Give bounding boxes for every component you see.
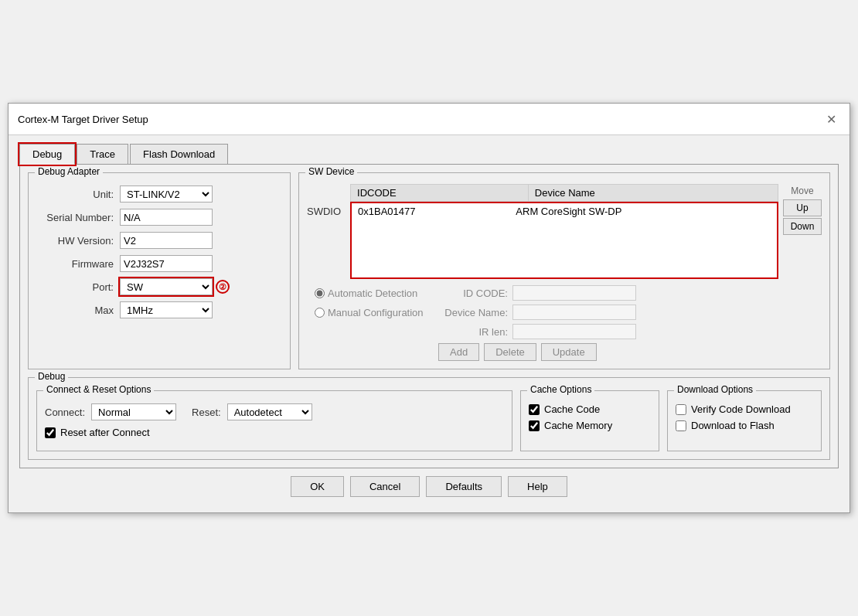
sw-bottom-fields: Automatic Detection ID CODE: Manual Conf… xyxy=(307,285,822,361)
download-label: Download to Flash xyxy=(691,420,775,431)
reset-label: Reset: xyxy=(192,407,221,418)
delete-button[interactable]: Delete xyxy=(484,343,536,361)
debug-adapter-label: Debug Adapter xyxy=(35,166,103,177)
max-select[interactable]: 1MHz 2MHz 4MHz xyxy=(120,301,213,318)
add-button[interactable]: Add xyxy=(438,343,479,361)
ir-len-input[interactable] xyxy=(512,324,636,339)
connect-reset-group: Connect & Reset Options Connect: Normal … xyxy=(36,390,512,451)
title-bar: Cortex-M Target Driver Setup ✕ xyxy=(9,104,849,135)
ir-len-label: IR len: xyxy=(438,326,508,338)
tab-debug[interactable]: Debug xyxy=(19,144,75,165)
cancel-button[interactable]: Cancel xyxy=(350,476,420,497)
verify-row: Verify Code Download xyxy=(676,403,813,415)
content-area: Debug Trace Flash Download Debug Adapter… xyxy=(9,135,849,512)
ir-len-row: IR len: xyxy=(315,324,822,339)
unit-label: Unit: xyxy=(36,189,114,200)
cache-options-label: Cache Options xyxy=(527,384,594,395)
main-window: Cortex-M Target Driver Setup ✕ Debug Tra… xyxy=(8,103,850,513)
connect-row: Connect: Normal Pre-Reset Under Reset Re… xyxy=(45,403,504,420)
top-panels: Debug Adapter Unit: ST-LINK/V2 Serial Nu… xyxy=(28,172,830,369)
reset-select[interactable]: Autodetect Software Hardware xyxy=(227,403,312,420)
manual-config-label[interactable]: Manual Configuration xyxy=(315,307,438,318)
port-badge: ② xyxy=(216,280,230,294)
footer: OK Cancel Defaults Help xyxy=(19,468,839,502)
close-button[interactable]: ✕ xyxy=(822,110,840,128)
reset-after-connect-checkbox[interactable] xyxy=(45,427,56,438)
cache-memory-checkbox[interactable] xyxy=(529,420,540,431)
table-row[interactable]: 0x1BA01477 ARM CoreSight SW-DP xyxy=(352,203,777,220)
connect-select[interactable]: Normal Pre-Reset Under Reset xyxy=(91,403,176,420)
debug-group: Debug Connect & Reset Options Connect: N… xyxy=(28,377,830,460)
swdio-label: SWDIO xyxy=(307,184,346,217)
sw-table-header: IDCODE Device Name xyxy=(350,184,778,202)
cache-code-row: Cache Code xyxy=(529,403,651,415)
window-title: Cortex-M Target Driver Setup xyxy=(18,114,148,125)
tab-bar: Debug Trace Flash Download xyxy=(19,143,839,164)
sw-table-data[interactable]: 0x1BA01477 ARM CoreSight SW-DP xyxy=(350,202,778,279)
auto-detect-label[interactable]: Automatic Detection xyxy=(315,288,438,299)
debug-group-label: Debug xyxy=(35,371,68,382)
serial-row: Serial Number: xyxy=(36,209,282,226)
download-checkbox[interactable] xyxy=(676,420,686,431)
connect-label: Connect: xyxy=(45,407,85,418)
tab-flash-download[interactable]: Flash Download xyxy=(130,144,228,165)
download-options-label: Download Options xyxy=(674,384,756,395)
sw-device-inner: SWDIO IDCODE Device Name xyxy=(307,184,822,279)
firmware-input[interactable] xyxy=(120,255,213,272)
manual-config-radio[interactable] xyxy=(315,308,325,318)
unit-row: Unit: ST-LINK/V2 xyxy=(36,185,282,202)
tab-trace[interactable]: Trace xyxy=(77,144,128,165)
serial-label: Serial Number: xyxy=(36,212,114,223)
serial-input[interactable] xyxy=(120,209,213,226)
auto-detect-row: Automatic Detection ID CODE: xyxy=(315,285,822,301)
hw-row: HW Version: xyxy=(36,232,282,249)
verify-label: Verify Code Download xyxy=(691,403,791,415)
move-down-button[interactable]: Down xyxy=(783,218,822,235)
sw-table-wrap: IDCODE Device Name 0 xyxy=(350,184,778,279)
col-device-name: Device Name xyxy=(528,185,778,202)
port-label: Port: xyxy=(36,281,114,293)
cell-device-name: ARM CoreSight SW-DP xyxy=(509,203,777,220)
download-row: Download to Flash xyxy=(676,420,813,431)
defaults-button[interactable]: Defaults xyxy=(426,476,502,497)
help-button[interactable]: Help xyxy=(508,476,567,497)
id-code-label: ID CODE: xyxy=(438,288,508,299)
port-select-wrap: SW JTAG xyxy=(120,278,213,295)
port-row: Port: SW JTAG ② xyxy=(36,278,282,295)
cache-options-group: Cache Options Cache Code Cache Memory xyxy=(520,390,659,451)
move-label: Move xyxy=(791,185,813,196)
sw-device-group: SW Device SWDIO IDCODE Device Name xyxy=(298,172,830,369)
cache-code-checkbox[interactable] xyxy=(529,404,540,415)
ok-button[interactable]: OK xyxy=(291,476,344,497)
unit-select[interactable]: ST-LINK/V2 xyxy=(120,185,213,202)
debug-adapter-group: Debug Adapter Unit: ST-LINK/V2 Serial Nu… xyxy=(28,172,291,369)
cache-code-label: Cache Code xyxy=(544,403,600,415)
cache-memory-label: Cache Memory xyxy=(544,420,612,431)
reset-after-connect-row: Reset after Connect xyxy=(45,427,504,438)
hw-label: HW Version: xyxy=(36,235,114,247)
reset-after-connect-label: Reset after Connect xyxy=(60,427,150,438)
auto-detect-radio[interactable] xyxy=(315,288,325,298)
firmware-row: Firmware xyxy=(36,255,282,272)
sw-device-label: SW Device xyxy=(305,166,357,177)
tab-content: Debug Adapter Unit: ST-LINK/V2 Serial Nu… xyxy=(19,164,839,468)
debug-bottom-inner: Connect & Reset Options Connect: Normal … xyxy=(36,390,822,451)
hw-input[interactable] xyxy=(120,232,213,249)
max-label: Max xyxy=(36,305,114,316)
debug-bottom-section: Debug Connect & Reset Options Connect: N… xyxy=(28,377,830,460)
col-idcode: IDCODE xyxy=(351,185,529,202)
port-select[interactable]: SW JTAG xyxy=(120,278,213,295)
action-buttons: Add Delete Update xyxy=(315,343,822,361)
connect-reset-label: Connect & Reset Options xyxy=(43,384,154,395)
cell-idcode: 0x1BA01477 xyxy=(352,203,509,220)
verify-checkbox[interactable] xyxy=(676,404,686,415)
device-name-input[interactable] xyxy=(512,305,636,320)
firmware-label: Firmware xyxy=(36,258,114,270)
update-button[interactable]: Update xyxy=(541,343,597,361)
move-up-button[interactable]: Up xyxy=(783,199,822,216)
id-code-input[interactable] xyxy=(512,285,636,301)
download-options-group: Download Options Verify Code Download Do… xyxy=(667,390,822,451)
manual-config-row: Manual Configuration Device Name: xyxy=(315,305,822,320)
sw-data-table: 0x1BA01477 ARM CoreSight SW-DP xyxy=(352,203,777,220)
max-row: Max 1MHz 2MHz 4MHz xyxy=(36,301,282,318)
